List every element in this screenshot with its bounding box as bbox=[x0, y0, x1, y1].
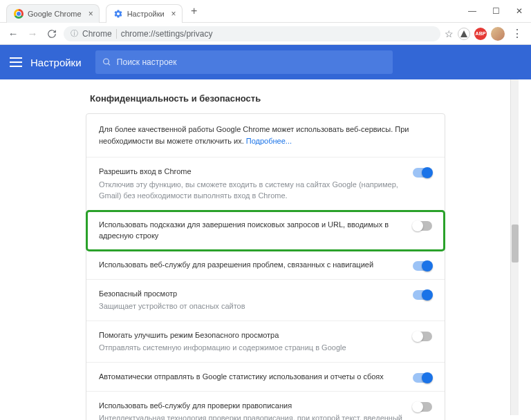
window-controls: — ☐ ✕ bbox=[460, 2, 531, 20]
minimize-button[interactable]: — bbox=[460, 2, 484, 20]
menu-icon[interactable] bbox=[8, 55, 24, 70]
settings-row: Автоматически отправлять в Google статис… bbox=[86, 363, 445, 392]
setting-description: Отправлять системную информацию и содерж… bbox=[99, 342, 403, 354]
toggle-switch[interactable] bbox=[413, 261, 432, 271]
learn-more-link[interactable]: Подробнее... bbox=[246, 137, 292, 145]
setting-title: Использовать веб-службу для проверки пра… bbox=[99, 400, 403, 412]
chrome-menu-button[interactable]: ⋮ bbox=[509, 27, 525, 40]
settings-row: Помогать улучшить режим Безопасного прос… bbox=[86, 321, 445, 363]
bookmark-icon[interactable]: ☆ bbox=[445, 28, 454, 39]
setting-description: Защищает устройство от опасных сайтов bbox=[99, 300, 403, 312]
url-text: chrome://settings/privacy bbox=[121, 29, 213, 39]
new-tab-button[interactable]: + bbox=[187, 3, 202, 19]
setting-description: Отключив эту функцию, вы сможете входить… bbox=[99, 179, 403, 202]
settings-card: Для более качественной работы Google Chr… bbox=[86, 113, 445, 420]
settings-row: Использовать подсказки для завершения по… bbox=[86, 211, 445, 251]
setting-description: Интеллектуальная технология проверки пра… bbox=[99, 412, 403, 420]
settings-content: Конфиденциальность и безопасность Для бо… bbox=[0, 79, 531, 420]
extension-icon[interactable] bbox=[458, 28, 470, 40]
page-title: Настройки bbox=[30, 57, 82, 68]
toggle-switch[interactable] bbox=[413, 402, 432, 412]
profile-avatar[interactable] bbox=[491, 27, 505, 41]
close-icon[interactable]: × bbox=[171, 9, 176, 19]
forward-button[interactable]: → bbox=[25, 26, 40, 41]
tab-title: Настройки bbox=[127, 10, 165, 18]
settings-row: Разрешить вход в ChromeОтключив эту функ… bbox=[86, 158, 445, 211]
browser-tab[interactable]: Настройки × bbox=[106, 4, 183, 23]
setting-title: Помогать улучшить режим Безопасного прос… bbox=[99, 330, 403, 341]
close-icon[interactable]: × bbox=[88, 9, 93, 19]
svg-point-3 bbox=[103, 59, 109, 64]
url-chip: Chrome bbox=[82, 29, 117, 39]
svg-line-4 bbox=[108, 64, 110, 66]
toggle-switch[interactable] bbox=[413, 290, 432, 300]
settings-row: Использовать веб-службу для проверки пра… bbox=[86, 392, 445, 420]
settings-row: Безопасный просмотрЗащищает устройство о… bbox=[86, 280, 445, 321]
toggle-switch[interactable] bbox=[413, 373, 432, 383]
site-info-icon[interactable]: ⓘ bbox=[71, 28, 78, 39]
maximize-button[interactable]: ☐ bbox=[484, 2, 507, 20]
toolbar: ← → ⓘ Chrome chrome://settings/privacy ☆… bbox=[0, 23, 531, 45]
settings-search-input[interactable] bbox=[117, 57, 386, 67]
setting-title: Безопасный просмотр bbox=[99, 288, 403, 300]
tab-title: Google Chrome bbox=[28, 10, 82, 18]
address-bar[interactable]: ⓘ Chrome chrome://settings/privacy bbox=[64, 26, 440, 41]
section-intro: Для более качественной работы Google Chr… bbox=[86, 114, 445, 158]
window-titlebar: Google Chrome × Настройки × + — ☐ ✕ bbox=[0, 0, 531, 23]
chrome-icon bbox=[14, 9, 24, 19]
settings-header: Настройки bbox=[0, 45, 531, 79]
settings-search[interactable] bbox=[95, 50, 393, 74]
abp-extension-icon[interactable]: ABP bbox=[474, 28, 487, 40]
close-window-button[interactable]: ✕ bbox=[507, 2, 531, 20]
setting-title: Использовать подсказки для завершения по… bbox=[99, 219, 403, 242]
toggle-switch[interactable] bbox=[413, 168, 432, 178]
setting-title: Автоматически отправлять в Google статис… bbox=[99, 371, 403, 383]
section-title: Конфиденциальность и безопасность bbox=[86, 93, 445, 104]
settings-row: Использовать веб-службу для разрешения п… bbox=[86, 251, 445, 280]
settings-icon bbox=[113, 9, 123, 19]
back-button[interactable]: ← bbox=[6, 26, 21, 41]
setting-title: Использовать веб-службу для разрешения п… bbox=[99, 259, 403, 271]
search-icon bbox=[102, 57, 111, 67]
reload-button[interactable] bbox=[44, 26, 59, 41]
toggle-switch[interactable] bbox=[413, 332, 432, 341]
toggle-switch[interactable] bbox=[413, 221, 432, 231]
browser-tab[interactable]: Google Chrome × bbox=[6, 4, 100, 23]
setting-title: Разрешить вход в Chrome bbox=[99, 166, 403, 178]
